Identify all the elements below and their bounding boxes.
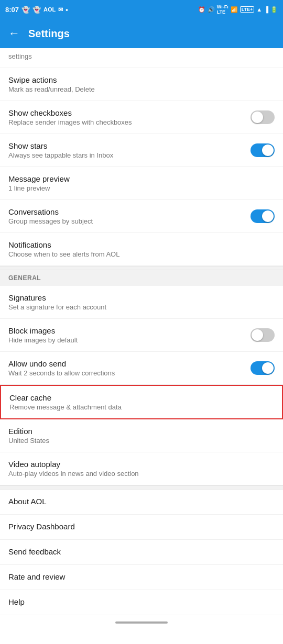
status-right: ⏰ 🔊 Wi-FiLTE 📶 LTE+ ▲ ▐ 🔋	[198, 4, 278, 15]
message-icon: ✉	[58, 6, 63, 13]
setting-title-video-autoplay: Video autoplay	[8, 460, 139, 469]
toggle-knob-conversations	[262, 210, 274, 222]
section-divider-general	[0, 266, 283, 270]
section-header-general: GENERAL	[0, 270, 283, 286]
toggle-conversations[interactable]	[251, 209, 275, 223]
setting-text-help: Help	[8, 597, 25, 607]
setting-row-privacy-dashboard[interactable]: Privacy Dashboard	[0, 515, 283, 540]
setting-text-notifications: Notifications Choose when to see alerts …	[8, 240, 119, 258]
back-button[interactable]: ←	[8, 27, 20, 40]
setting-row-allow-undo-send[interactable]: Allow undo send Wait 2 seconds to allow …	[0, 352, 283, 385]
partial-top-text: settings	[8, 52, 32, 60]
setting-text-show-stars: Show stars Always see tappable stars in …	[8, 141, 113, 159]
setting-title-show-checkboxes: Show checkboxes	[8, 108, 132, 117]
settings-content: settings Swipe actions Mark as read/unre…	[0, 48, 283, 615]
setting-subtitle-show-checkboxes: Replace sender images with checkboxes	[8, 118, 132, 126]
setting-title-clear-cache: Clear cache	[9, 393, 122, 402]
setting-row-video-autoplay[interactable]: Video autoplay Auto-play videos in news …	[0, 452, 283, 485]
status-bar: 8:07 👻 👻 AOL ✉ • ⏰ 🔊 Wi-FiLTE 📶 LTE+ ▲ ▐…	[0, 0, 283, 19]
toggle-allow-undo-send[interactable]	[251, 361, 275, 375]
setting-subtitle-conversations: Group messages by subject	[8, 217, 93, 225]
home-indicator	[0, 615, 283, 630]
ghost-icon: 👻	[21, 6, 30, 14]
battery-icon: 🔋	[270, 6, 278, 13]
toggle-block-images[interactable]	[251, 328, 275, 342]
setting-title-block-images: Block images	[8, 326, 78, 335]
setting-subtitle-show-stars: Always see tappable stars in Inbox	[8, 151, 113, 159]
setting-text-about-aol: About AOL	[8, 497, 47, 507]
wifi-icon: 📶	[231, 6, 238, 13]
setting-text-signatures: Signatures Set a signature for each acco…	[8, 293, 106, 311]
setting-title-send-feedback: Send feedback	[8, 547, 61, 556]
setting-text-allow-undo-send: Allow undo send Wait 2 seconds to allow …	[8, 359, 115, 377]
setting-title-signatures: Signatures	[8, 293, 106, 302]
setting-text-swipe-actions: Swipe actions Mark as read/unread, Delet…	[8, 75, 95, 93]
partial-top-item: settings	[0, 48, 283, 68]
toggle-knob-allow-undo-send	[262, 362, 274, 374]
setting-title-about-aol: About AOL	[8, 497, 47, 506]
setting-text-video-autoplay: Video autoplay Auto-play videos in news …	[8, 460, 139, 478]
lte-badge: LTE+	[240, 6, 255, 13]
time-display: 8:07	[5, 6, 19, 14]
setting-subtitle-allow-undo-send: Wait 2 seconds to allow corrections	[8, 369, 115, 377]
setting-subtitle-notifications: Choose when to see alerts from AOL	[8, 250, 119, 258]
setting-subtitle-video-autoplay: Auto-play videos in news and video secti…	[8, 470, 139, 478]
setting-title-show-stars: Show stars	[8, 141, 113, 150]
toggle-show-checkboxes[interactable]	[251, 110, 275, 124]
home-indicator-bar	[115, 621, 168, 624]
toggle-show-stars[interactable]	[251, 143, 275, 157]
signal-icon: ▲	[256, 6, 262, 13]
setting-row-notifications[interactable]: Notifications Choose when to see alerts …	[0, 233, 283, 266]
setting-title-allow-undo-send: Allow undo send	[8, 359, 115, 368]
setting-title-privacy-dashboard: Privacy Dashboard	[8, 522, 75, 531]
setting-text-show-checkboxes: Show checkboxes Replace sender images wi…	[8, 108, 132, 126]
setting-subtitle-block-images: Hide images by default	[8, 336, 78, 344]
signal-bar-icon: ▐	[264, 6, 268, 13]
setting-row-show-stars[interactable]: Show stars Always see tappable stars in …	[0, 134, 283, 167]
ghost-icon-2: 👻	[32, 6, 41, 14]
setting-subtitle-swipe-actions: Mark as read/unread, Delete	[8, 85, 95, 93]
setting-row-message-preview[interactable]: Message preview 1 line preview	[0, 167, 283, 200]
alarm-icon: ⏰	[198, 6, 205, 13]
wifi-lte-icon: Wi-FiLTE	[217, 4, 228, 15]
setting-title-help: Help	[8, 597, 25, 606]
setting-title-edition: Edition	[8, 427, 49, 436]
setting-subtitle-message-preview: 1 line preview	[8, 184, 70, 192]
page-title: Settings	[28, 28, 70, 40]
setting-text-message-preview: Message preview 1 line preview	[8, 174, 70, 192]
setting-row-swipe-actions[interactable]: Swipe actions Mark as read/unread, Delet…	[0, 68, 283, 101]
app-header: ← Settings	[0, 19, 283, 48]
setting-title-swipe-actions: Swipe actions	[8, 75, 95, 84]
setting-text-clear-cache: Clear cache Remove message & attachment …	[9, 393, 122, 411]
volume-icon: 🔊	[208, 6, 215, 13]
setting-row-conversations[interactable]: Conversations Group messages by subject	[0, 200, 283, 233]
setting-text-conversations: Conversations Group messages by subject	[8, 207, 93, 225]
toggle-knob-show-checkboxes	[252, 112, 263, 123]
toggle-knob-block-images	[252, 329, 263, 341]
setting-row-clear-cache[interactable]: Clear cache Remove message & attachment …	[0, 385, 283, 419]
setting-row-about-aol[interactable]: About AOL	[0, 490, 283, 515]
aol-icon: AOL	[43, 6, 56, 13]
setting-subtitle-signatures: Set a signature for each account	[8, 303, 106, 311]
setting-text-send-feedback: Send feedback	[8, 547, 61, 557]
setting-subtitle-clear-cache: Remove message & attachment data	[9, 403, 122, 411]
setting-title-conversations: Conversations	[8, 207, 93, 216]
setting-subtitle-edition: United States	[8, 437, 49, 445]
toggle-knob-show-stars	[262, 145, 274, 156]
setting-row-edition[interactable]: Edition United States	[0, 419, 283, 452]
status-left: 8:07 👻 👻 AOL ✉ •	[5, 6, 68, 14]
setting-row-send-feedback[interactable]: Send feedback	[0, 540, 283, 565]
setting-text-rate-and-review: Rate and review	[8, 572, 65, 582]
setting-row-help[interactable]: Help	[0, 590, 283, 615]
setting-title-notifications: Notifications	[8, 240, 119, 249]
setting-row-signatures[interactable]: Signatures Set a signature for each acco…	[0, 286, 283, 319]
section-divider-bottom	[0, 485, 283, 490]
setting-text-edition: Edition United States	[8, 427, 49, 445]
setting-row-show-checkboxes[interactable]: Show checkboxes Replace sender images wi…	[0, 101, 283, 134]
setting-text-block-images: Block images Hide images by default	[8, 326, 78, 344]
setting-title-rate-and-review: Rate and review	[8, 572, 65, 581]
setting-title-message-preview: Message preview	[8, 174, 70, 183]
setting-row-block-images[interactable]: Block images Hide images by default	[0, 319, 283, 352]
setting-row-rate-and-review[interactable]: Rate and review	[0, 565, 283, 590]
setting-text-privacy-dashboard: Privacy Dashboard	[8, 522, 75, 532]
